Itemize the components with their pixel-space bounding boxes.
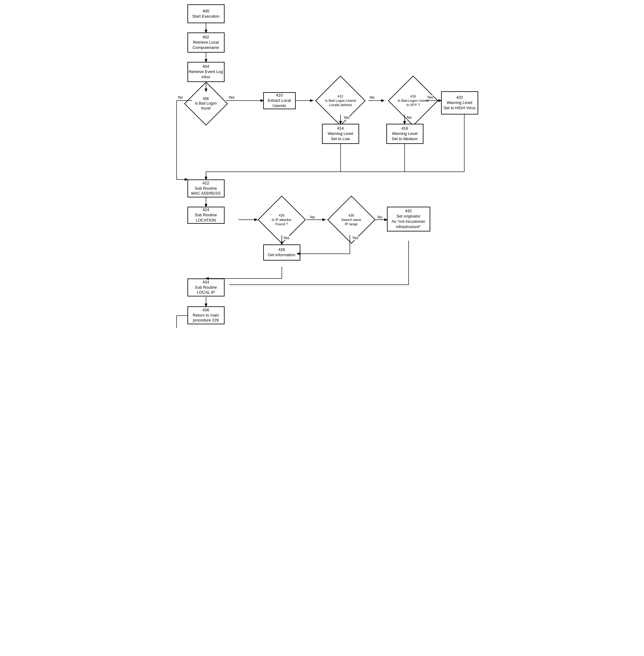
- node-426-label: 426Is IP attackerFound ?: [271, 212, 293, 228]
- node-436: 436 Return to main procedure 226: [187, 306, 225, 324]
- node-434: 434 Sub Routine LOCAL IP: [187, 278, 225, 296]
- node-404-label: 404 Retrieve Event Log infos: [189, 64, 223, 80]
- node-430-label: 430Search sameIP range: [340, 212, 363, 228]
- node-414-label: 414 Warning Level Set to Low: [327, 126, 353, 142]
- node-428-label: 428 Get information: [268, 247, 295, 258]
- node-402: 402 Retrieve Local Computename: [187, 32, 225, 52]
- node-400-label: 400 Start Execution: [192, 9, 219, 19]
- node-404: 404 Retrieve Event Log infos: [187, 62, 225, 82]
- label-406-no: No: [178, 95, 183, 100]
- label-406-yes: Yes: [229, 95, 235, 100]
- node-434-label: 434 Sub Routine LOCAL IP: [195, 280, 217, 295]
- node-406-label: 406Is Bad Logonfound: [193, 95, 218, 112]
- node-432: 432 Set originator As "not incustomer in…: [387, 207, 430, 231]
- node-410: 410 Extract Local Userids: [263, 92, 296, 109]
- label-416-no: No: [407, 115, 412, 120]
- node-436-label: 436 Return to main procedure 226: [193, 308, 219, 323]
- label-412-no: No: [370, 95, 374, 100]
- node-420: 420 Warning Level Set to HIGH Virus: [441, 91, 478, 114]
- label-426-no: No: [310, 215, 315, 219]
- node-418-label: 418 Warning Level Set to Medium: [392, 126, 418, 142]
- node-430: 430Search sameIP range: [324, 207, 379, 233]
- node-422: 422 Sub Routine MAC ADDRESS: [187, 179, 225, 198]
- node-418: 418 Warning Level Set to Medium: [386, 124, 423, 144]
- node-422-label: 422 Sub Routine MAC ADDRESS: [191, 181, 221, 197]
- node-410-label: 410 Extract Local Userids: [268, 93, 291, 109]
- node-412: 412Is Bad Logon UseridLocally defined: [309, 87, 371, 114]
- node-406: 406Is Bad Logonfound: [180, 91, 232, 116]
- label-430-no: No: [378, 215, 382, 219]
- label-416-yes: Yes: [427, 95, 433, 100]
- label-412-yes: Yes: [344, 115, 350, 120]
- label-426-yes: Yes: [283, 236, 290, 240]
- flowchart-diagram: 400 Start Execution 402 Retrieve Local C…: [161, 0, 483, 328]
- node-424: 424 Sub Routine LOCATION: [187, 207, 225, 224]
- label-430-yes: Yes: [352, 236, 359, 240]
- node-412-label: 412Is Bad Logon UseridLocally defined: [324, 93, 357, 109]
- node-416-label: 416Is Bad Logon UseridIn SPY ?: [396, 93, 430, 109]
- node-420-label: 420 Warning Level Set to HIGH Virus: [443, 95, 476, 111]
- node-414: 414 Warning Level Set to Low: [322, 124, 359, 144]
- node-424-label: 424 Sub Routine LOCATION: [195, 207, 217, 223]
- node-416: 416Is Bad Logon UseridIn SPY ?: [382, 87, 444, 114]
- node-432-label: 432 Set originator As "not incustomer in…: [392, 208, 425, 230]
- node-400: 400 Start Execution: [187, 4, 225, 23]
- node-402-label: 402 Retrieve Local Computename: [193, 35, 219, 50]
- node-426: 426Is IP attackerFound ?: [254, 207, 309, 233]
- node-428: 428 Get information: [263, 245, 300, 261]
